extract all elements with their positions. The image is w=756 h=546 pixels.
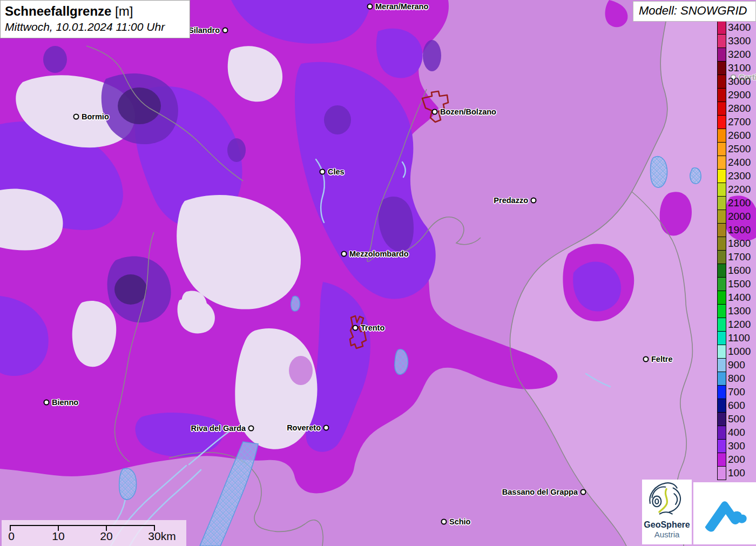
city-label: Riva del Garda	[191, 424, 246, 433]
colorbar-label-700: 700	[728, 385, 751, 399]
lake-caldonazzo	[395, 349, 408, 374]
colorbar-label-2700: 2700	[728, 115, 751, 129]
colorbar-label-1700: 1700	[728, 250, 751, 264]
city-label: Feltre	[651, 355, 673, 363]
geosphere-contours-icon	[645, 480, 688, 518]
colorbar-label-1400: 1400	[728, 291, 751, 304]
colorbar-cell-1200	[718, 318, 726, 332]
colorbar-cell-2900	[718, 89, 726, 102]
city-dot-icon	[353, 325, 359, 331]
colorbar-cell-1800	[718, 237, 726, 251]
colorbar-label-500: 500	[728, 412, 751, 426]
colorbar-label-900: 900	[728, 358, 751, 372]
colorbar-cell-500	[718, 413, 726, 426]
colorbar-cell-1100	[718, 332, 726, 345]
colorbar-cell-400	[718, 426, 726, 440]
colorbar-label-2300: 2300	[728, 169, 751, 183]
city-dot-icon	[44, 400, 50, 406]
colorbar-label-2600: 2600	[728, 129, 751, 142]
colorbar-cell-3400	[718, 21, 726, 35]
city-label: Mezzolombardo	[349, 250, 409, 258]
city-label: Rovereto	[287, 423, 321, 432]
colorbar-cell-1600	[718, 264, 726, 278]
city-dot-icon	[73, 114, 79, 120]
city-dot-icon	[320, 169, 326, 175]
colorbar-label-2000: 2000	[728, 210, 751, 223]
colorbar-label-3100: 3100	[728, 61, 751, 75]
title-datetime: Mittwoch, 10.01.2024 11:00 Uhr	[5, 21, 183, 33]
colorbar-label-2900: 2900	[728, 88, 751, 102]
geosphere-logo-box: GeoSphere Austria	[642, 480, 692, 544]
title-unit: [m]	[111, 4, 133, 18]
colorbar-cell-700	[718, 386, 726, 399]
colorbar-label-2400: 2400	[728, 156, 751, 169]
colorbar-cell-1300	[718, 305, 726, 318]
lake-east-small	[690, 168, 701, 184]
colorbar-label-2500: 2500	[728, 142, 751, 156]
colorbar-cell-3000	[718, 75, 726, 89]
city-dot-icon	[441, 519, 447, 525]
city-dot-icon	[341, 251, 347, 257]
colorbar-cell-2600	[718, 129, 726, 143]
colorbar-cell-2300	[718, 170, 726, 183]
colorbar-cell-100	[718, 467, 726, 480]
map-product: Meran/Meranos/SilandroBormioBozen/Bolzan…	[0, 0, 756, 546]
page-title: Schneefallgrenze [m]	[5, 4, 183, 19]
colorbar-cell-3100	[718, 62, 726, 75]
map-canvas	[0, 0, 756, 546]
lake-small-center	[291, 296, 300, 311]
lake-idro	[119, 468, 137, 500]
city-label: Bassano del Grappa	[502, 488, 578, 496]
map-hole-lavender	[289, 356, 313, 385]
colorbar-cell-2400	[718, 156, 726, 170]
colorbar-cell-3300	[718, 35, 726, 48]
colorbar-cell-1700	[718, 251, 726, 264]
colorbar-cell-1500	[718, 278, 726, 291]
colorbar-label-3000: 3000	[728, 75, 751, 88]
title-box: Schneefallgrenze [m] Mittwoch, 10.01.202…	[0, 0, 190, 38]
colorbar-cell-300	[718, 440, 726, 453]
city-label: Cles	[328, 167, 345, 176]
city-dot-icon	[367, 4, 373, 10]
colorbar-cell-2100	[718, 197, 726, 210]
colorbar-label-2800: 2800	[728, 102, 751, 115]
colorbar-label-3200: 3200	[728, 48, 751, 61]
colorbar-label-1900: 1900	[728, 223, 751, 237]
colorbar-cell-2500	[718, 143, 726, 156]
lake-santa-croce	[651, 157, 667, 187]
colorbar-cell-2200	[718, 183, 726, 197]
colorbar-label-100: 100	[728, 466, 751, 480]
colorbar-cell-1900	[718, 224, 726, 237]
city-dot-icon	[531, 198, 537, 204]
colorbar-cells	[717, 7, 726, 480]
scale-bar: 0 10 20 30km	[2, 520, 186, 546]
city-dot-icon	[248, 426, 254, 432]
city-dot-icon	[580, 489, 586, 495]
colorbar-label-600: 600	[728, 399, 751, 412]
scale-label-30: 30km	[148, 530, 176, 543]
mountain-cloud-icon	[699, 488, 751, 540]
colorbar-label-1800: 1800	[728, 237, 751, 250]
colorbar-label-1000: 1000	[728, 345, 751, 358]
colorbar-label-1100: 1100	[728, 331, 751, 345]
city-label: Schio	[449, 517, 470, 526]
city-label: Bormio	[82, 112, 109, 121]
city-label: Predazzo	[494, 196, 528, 205]
title-text: Schneefallgrenze	[5, 4, 111, 18]
model-box: Modell: SNOWGRID	[633, 1, 756, 22]
colorbar-labels: 3500340033003200310030002900280027002600…	[728, 7, 751, 480]
city-label: Bozen/Bolzano	[440, 107, 496, 116]
colorbar-cell-2000	[718, 210, 726, 224]
colorbar-label-2200: 2200	[728, 183, 751, 196]
colorbar-cell-600	[718, 399, 726, 413]
city-label: Trento	[361, 323, 384, 332]
colorbar-cell-2800	[718, 102, 726, 116]
model-label: Modell: SNOWGRID	[639, 4, 751, 18]
colorbar-label-1600: 1600	[728, 264, 751, 277]
colorbar-cell-800	[718, 372, 726, 386]
colorbar-label-3400: 3400	[728, 21, 751, 34]
colorbar-label-400: 400	[728, 426, 751, 439]
colorbar-cell-3200	[718, 48, 726, 62]
city-label: Bienno	[52, 398, 78, 407]
colorbar-label-3300: 3300	[728, 34, 751, 48]
